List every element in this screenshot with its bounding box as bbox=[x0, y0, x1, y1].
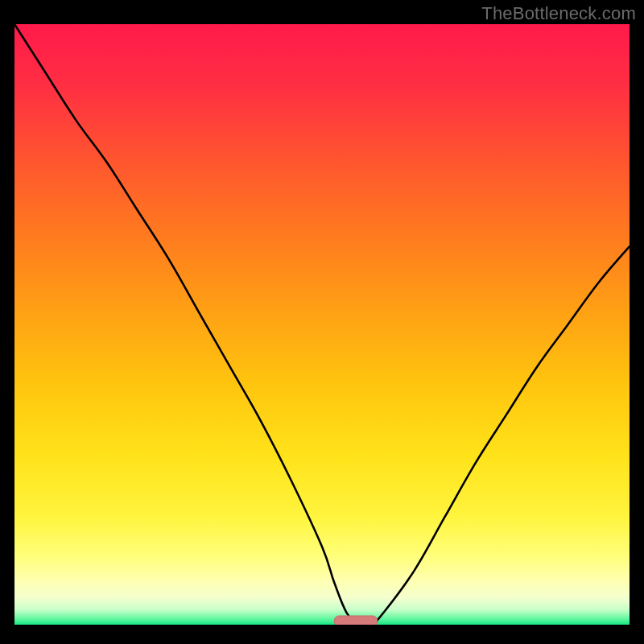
optimal-range-marker bbox=[334, 616, 377, 625]
plot-area bbox=[14, 24, 630, 625]
watermark-text: TheBottleneck.com bbox=[481, 3, 636, 24]
chart-frame: TheBottleneck.com bbox=[0, 0, 644, 644]
bottleneck-chart bbox=[14, 24, 630, 625]
gradient-background bbox=[14, 24, 630, 625]
